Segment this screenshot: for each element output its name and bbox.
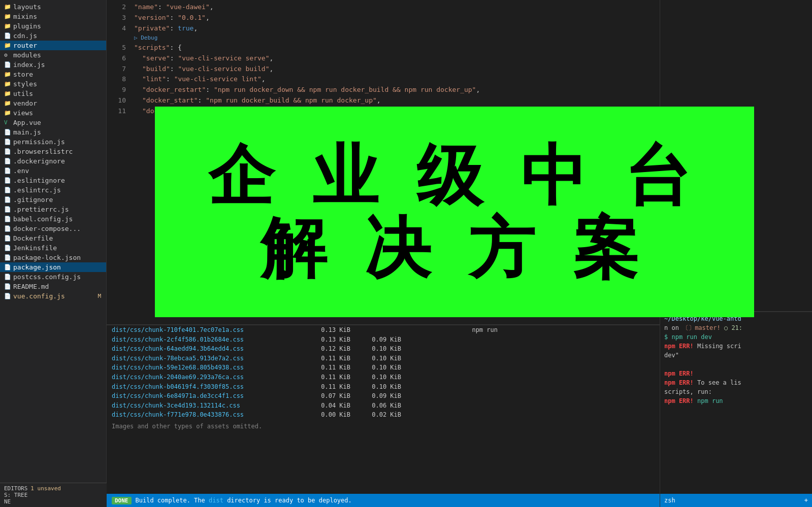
sidebar-item-store[interactable]: 📁 store [0,70,106,79]
sidebar-item-label: plugins [13,22,41,30]
file-icon: 📄 [4,187,11,193]
debug-hint-line: ▷ Debug [107,33,660,43]
sidebar-item-package[interactable]: 📄 package.json [0,262,106,272]
file-icon: 📄 [4,158,11,164]
sidebar-item-indexjs[interactable]: 📄 index.js [0,60,106,70]
sidebar-item-label: babel.config.js [13,215,73,223]
file-icon: 📄 [4,148,11,155]
sidebar-item-browserslistrc[interactable]: 📄 .browserslistrc [0,147,106,156]
sidebar-item-cdn[interactable]: 📄 cdn.js [0,31,106,41]
code-line: 2 "name": "vue-dawei", [107,2,660,13]
sidebar-item-label: vue.config.js [13,292,65,300]
sidebar-item-prettierrc[interactable]: 📄 .prettierrc.js [0,205,106,214]
sidebar-item-utils[interactable]: 📁 utils [0,89,106,98]
sidebar-item-appvue[interactable]: V App.vue [0,118,106,127]
terminal-line: npm ERR! npm run [664,396,808,405]
file-icon: 📄 [4,129,11,136]
sidebar-item-label: Dockerfile [13,234,53,242]
terminal-line: npm ERR! Missing scri [664,342,808,351]
sidebar-item-label: vendor [13,99,37,107]
terminal-line: scripts, run: [664,387,808,396]
terminal-line: npm ERR! [664,369,808,378]
sidebar-item-dockercompose[interactable]: 📄 docker-compose... [0,224,106,233]
right-terminal-bar: zsh + [660,494,812,507]
sidebar-item-label: .eslintrc.js [13,186,61,194]
file-icon: 📄 [4,235,11,242]
sidebar-item-vueconfig[interactable]: 📄 vue.config.js M [0,291,106,301]
sidebar-item-eslintrc[interactable]: 📄 .eslintrc.js [0,185,106,195]
sidebar-item-label: router [13,42,37,49]
gear-icon: ⚙ [4,52,11,58]
file-icon: 📄 [4,216,11,222]
terminal-type-label: zsh [664,497,675,504]
sidebar: 📁 layouts 📁 mixins 📁 plugins 📄 cdn.js 📁 … [0,0,107,507]
sidebar-item-label: .dockerignore [13,157,65,165]
file-icon: 📄 [4,274,11,280]
sidebar-item-vendor[interactable]: 📁 vendor [0,98,106,108]
sidebar-item-permissionjs[interactable]: 📄 permission.js [0,137,106,147]
sidebar-item-label: utils [13,90,33,97]
sidebar-item-label: .gitignore [13,196,53,204]
banner-overlay: 企 业 级 中 台 解 决 方 案 [155,107,754,317]
table-row: dist/css/chunk-2040ae69.293a76ca.css 0.1… [112,373,655,382]
folder-icon: 📁 [4,23,11,29]
file-icon: 📄 [4,61,11,68]
sidebar-item-readme[interactable]: 📄 README.md [0,282,106,291]
sidebar-item-babel[interactable]: 📄 babel.config.js [0,214,106,224]
code-line: 4 "private": true, [107,23,660,34]
folder-icon: 📁 [4,100,11,107]
code-line: 5 "scripts": { [107,43,660,53]
sidebar-item-label: .prettierrc.js [13,206,69,213]
sidebar-item-label: package.json [13,263,61,271]
sidebar-item-views[interactable]: 📁 views [0,108,106,118]
sidebar-item-label: postcss.config.js [13,273,81,281]
sidebar-item-gitignore[interactable]: 📄 .gitignore [0,195,106,205]
vue-icon: V [4,119,11,126]
sidebar-item-label: App.vue [13,119,41,126]
code-line: 9 "docker_restart": "npm run docker_down… [107,85,660,95]
sidebar-item-env[interactable]: 📄 .env [0,166,106,176]
sidebar-item-jenkinsfile[interactable]: 📄 Jenkinsfile [0,243,106,253]
sidebar-item-router[interactable]: 📁 router [0,41,106,50]
sidebar-item-dockerignore[interactable]: 📄 .dockerignore [0,156,106,166]
sidebar-item-modules[interactable]: ⚙ modules [0,50,106,60]
sidebar-item-layouts[interactable]: 📁 layouts [0,2,106,12]
table-row: dist/css/chunk-2cf4f586.01b2684e.css 0.1… [112,335,655,345]
file-icon: 📄 [4,254,11,261]
main-area: 2 "name": "vue-dawei", 3 "version": "0.0… [107,0,660,507]
file-icon: 📄 [4,225,11,232]
sidebar-item-packagelock[interactable]: 📄 package-lock.json [0,253,106,262]
folder-icon: 📁 [4,4,11,10]
banner-line-2: 解 决 方 案 [261,212,649,285]
status-message: Build complete. The dist directory is re… [136,497,352,504]
sidebar-item-postcss[interactable]: 📄 postcss.config.js [0,272,106,282]
file-icon: 📄 [4,196,11,203]
file-icon: 📄 [4,293,11,299]
sidebar-item-label: permission.js [13,138,65,146]
terminal-line: $ npm run dev [664,332,808,342]
sidebar-item-label: modules [13,51,41,59]
table-row: dist/css/chunk-710fe401.7ec07e1a.css 0.1… [112,325,655,335]
sidebar-item-label: layouts [13,3,41,11]
right-terminal: ~/Desktop/ke/vue-antd n on 〔〕master! ○ 2… [660,311,812,494]
sidebar-item-label: main.js [13,128,41,136]
sidebar-item-eslintignore[interactable]: 📄 .eslintignore [0,176,106,185]
sidebar-item-label: index.js [13,61,45,69]
sidebar-item-dockerfile[interactable]: 📄 Dockerfile [0,233,106,243]
code-line: 3 "version": "0.0.1", [107,13,660,23]
file-icon: 📄 [4,139,11,145]
table-row: dist/css/chunk-f771e978.0e433876.css 0.0… [112,410,655,420]
sidebar-item-mixins[interactable]: 📁 mixins [0,12,106,21]
sidebar-item-mainjs[interactable]: 📄 main.js [0,127,106,137]
sidebar-item-styles[interactable]: 📁 styles [0,79,106,89]
add-terminal-button[interactable]: + [804,497,808,504]
folder-icon: 📁 [4,42,11,49]
sidebar-item-label: package-lock.json [13,254,81,261]
file-icon: 📄 [4,167,11,174]
sidebar-item-plugins[interactable]: 📁 plugins [0,21,106,31]
omitted-message: Images and other types of assets omitted… [112,422,655,431]
sidebar-item-label: README.md [13,283,49,290]
file-icon: 📄 [4,177,11,184]
terminal-area: dist/css/chunk-710fe401.7ec07e1a.css 0.1… [107,324,660,507]
table-row: dist/css/chunk-64aedd94.3b64edd4.css 0.1… [112,344,655,354]
